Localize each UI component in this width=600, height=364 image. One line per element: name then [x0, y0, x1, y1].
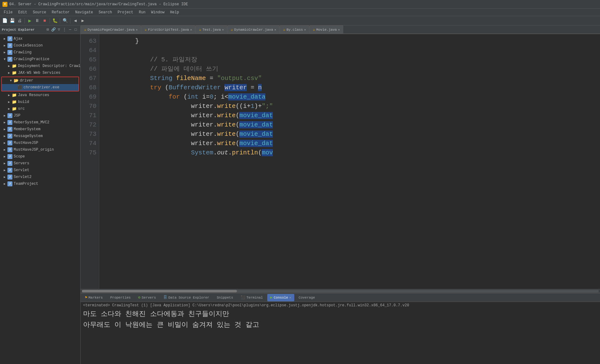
prev-btn[interactable]: ◀: [72, 17, 79, 24]
save-btn[interactable]: 💾: [9, 17, 16, 24]
link-editor-btn[interactable]: 🔗: [51, 27, 56, 33]
run-btn[interactable]: ▶: [26, 17, 33, 24]
tab-servers[interactable]: ⚙ Servers: [135, 294, 159, 301]
tree-item-cookiesession[interactable]: ▶ J CookieSession: [0, 42, 80, 49]
menu-help[interactable]: Help: [168, 10, 182, 15]
menu-file[interactable]: File: [1, 10, 15, 15]
code-line-75: System.out.println(mov: [105, 148, 600, 158]
tree-area[interactable]: ▶ J Ajax ▶ J CookieSession ▶ J Crawling …: [0, 34, 80, 364]
arrow-servlet: ▶: [2, 168, 7, 172]
tree-item-jaxws[interactable]: ▶ 📁 JAX-WS Web Services: [0, 69, 80, 76]
panel-title: Project Explorer: [2, 28, 45, 32]
tree-item-deployment[interactable]: ▶ 📁 Deployment Descriptor: CrawlingPract…: [0, 63, 80, 69]
markers-icon: ⚑: [85, 295, 87, 300]
code-content[interactable]: } // 5. 파일저장 // 파일에 데이터 쓰기 Str: [99, 34, 600, 289]
tab-coverage[interactable]: Coverage: [296, 294, 318, 301]
line-num-66: 66: [81, 64, 96, 74]
tree-item-crawlingpractice[interactable]: ▼ J CrawlingPractice: [0, 56, 80, 63]
tab-label-1: DynamicPageCrawler.java: [87, 28, 135, 32]
tree-item-chromedriver[interactable]: ⬛ chromedriver.exe: [2, 84, 78, 91]
scrollbar-thumb[interactable]: [82, 290, 237, 292]
tree-item-musthavejsp-origin[interactable]: ▶ J MustHaveJSP_origin: [0, 146, 80, 153]
debug-btn[interactable]: 🐛: [51, 17, 58, 24]
tab-close-5[interactable]: ✕: [304, 28, 306, 32]
tab-movie[interactable]: ☕ Movie.java ✕: [309, 25, 343, 33]
tab-close-6[interactable]: ✕: [338, 28, 340, 32]
icon-driver: 📂: [14, 78, 19, 83]
tree-item-servers[interactable]: ▶ J Servers: [0, 160, 80, 167]
line-num-74: 74: [81, 139, 96, 148]
tab-close-2[interactable]: ✕: [190, 28, 192, 32]
tab-close-3[interactable]: ✕: [222, 28, 224, 32]
tab-firstscripttest[interactable]: ☕ FirstScriptTest.java ✕: [141, 25, 195, 33]
tab-dynamiccrawler[interactable]: ☕ DynamicCrawler.java ✕: [227, 25, 280, 33]
line-numbers: 63 64 65 66 67 68 69 70 71 72 73 74 75: [81, 34, 99, 289]
console-close-btn[interactable]: ✕: [289, 296, 291, 300]
tree-item-ajax[interactable]: ▶ J Ajax: [0, 35, 80, 42]
code-scrollbar[interactable]: [81, 289, 600, 293]
menu-refactor[interactable]: Refactor: [49, 10, 72, 15]
arrow-messagesystem: ▶: [2, 134, 7, 138]
code-line-65: // 5. 파일저장: [105, 55, 600, 64]
tree-item-src[interactable]: ▶ 📁 src: [0, 105, 80, 112]
view-menu-btn[interactable]: ⋮: [62, 27, 67, 33]
tree-item-musthavejsp[interactable]: ▶ J MustHaveJSP: [0, 140, 80, 146]
code-editor[interactable]: 63 64 65 66 67 68 69 70 71 72 73 74 75 }: [81, 34, 600, 289]
label-cookiesession: CookieSession: [14, 43, 43, 48]
tree-item-javaresources[interactable]: ▶ 📁 Java Resources: [0, 92, 80, 99]
tree-item-servlet2[interactable]: ▶ J Servlet2: [0, 174, 80, 180]
sep1: [24, 18, 25, 24]
line-num-75: 75: [81, 148, 96, 158]
tab-datasource[interactable]: 🗄 Data Source Explorer: [160, 294, 212, 301]
line-num-71: 71: [81, 111, 96, 120]
project-explorer: Project Explorer ⊟ 🔗 ▽ ⋮ — □ ▶ J Ajax ▶ …: [0, 25, 81, 364]
tree-item-teamproject[interactable]: ▶ J TeamProject: [0, 180, 80, 187]
datasource-icon: 🗄: [163, 295, 167, 300]
minimize-btn[interactable]: —: [67, 27, 73, 33]
tab-terminal[interactable]: ⬛ Terminal: [238, 294, 266, 301]
tree-item-jsp[interactable]: ▶ J JSP: [0, 112, 80, 119]
next-btn[interactable]: ▶: [79, 17, 86, 24]
tree-item-messagesystem[interactable]: ▶ J MessageSystem: [0, 133, 80, 140]
tree-item-build[interactable]: ▶ 📁 build: [0, 99, 80, 105]
tree-item-driver[interactable]: ▼ 📂 driver: [2, 77, 78, 84]
tab-console[interactable]: ▶ Console ✕: [267, 294, 294, 301]
tree-item-membersystem[interactable]: ▶ J MemberSystem: [0, 126, 80, 133]
menu-navigate[interactable]: Navigate: [73, 10, 96, 15]
new-btn[interactable]: 📄: [1, 17, 8, 24]
tree-item-mebersystem[interactable]: ▶ J MeberSystem_MVC2: [0, 119, 80, 126]
label-driver: driver: [20, 78, 33, 83]
menu-project[interactable]: Project: [115, 10, 136, 15]
search-btn[interactable]: 🔍: [62, 17, 69, 24]
tab-close-4[interactable]: ✕: [274, 28, 276, 32]
tab-properties[interactable]: Properties: [107, 294, 134, 301]
print-btn[interactable]: 🖨: [16, 17, 23, 24]
tree-item-crawling[interactable]: ▶ J Crawling: [0, 49, 80, 56]
scrollbar-track[interactable]: [82, 290, 599, 292]
collapse-all-btn[interactable]: ⊟: [45, 27, 51, 33]
line-num-73: 73: [81, 130, 96, 139]
menu-search[interactable]: Search: [96, 10, 114, 15]
tab-close-1[interactable]: ✕: [136, 28, 138, 32]
menu-edit[interactable]: Edit: [16, 10, 30, 15]
maximize-btn[interactable]: □: [73, 27, 78, 33]
menu-window[interactable]: Window: [149, 10, 167, 15]
window-title: 04. Server - CrawlingPractice/src/main/j…: [9, 2, 188, 7]
tree-item-servlet[interactable]: ▶ J Servlet: [0, 167, 80, 174]
label-chromedriver: chromedriver.exe: [24, 85, 59, 90]
menu-source[interactable]: Source: [30, 10, 49, 15]
tree-item-scope[interactable]: ▶ J Scope: [0, 153, 80, 160]
tab-test[interactable]: ☕ Test.java ✕: [195, 25, 227, 33]
tab-snippets[interactable]: Snippets: [214, 294, 236, 301]
tab-byclass[interactable]: ☕ By.class ✕: [280, 25, 309, 33]
tab-dynamicpagecrawler[interactable]: ☕ DynamicPageCrawler.java ✕: [81, 25, 141, 33]
line-num-72: 72: [81, 120, 96, 130]
editor-area: ☕ DynamicPageCrawler.java ✕ ☕ FirstScrip…: [81, 25, 600, 364]
label-servlet: Servlet: [14, 168, 29, 172]
arrow-servlet2: ▶: [2, 175, 7, 179]
pause-btn[interactable]: ⏸: [34, 17, 41, 24]
stop-btn[interactable]: ■: [41, 17, 48, 24]
filter-btn[interactable]: ▽: [56, 27, 62, 33]
menu-run[interactable]: Run: [136, 10, 148, 15]
tab-markers[interactable]: ⚑ Markers: [82, 294, 106, 301]
